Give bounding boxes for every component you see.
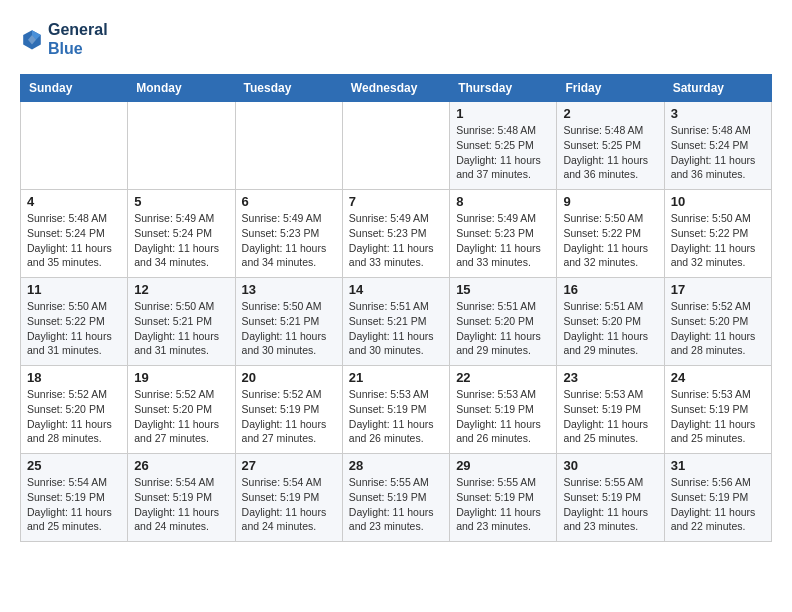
calendar-week-4: 18Sunrise: 5:52 AMSunset: 5:20 PMDayligh…	[21, 366, 772, 454]
day-number: 8	[456, 194, 550, 209]
day-info: Sunrise: 5:48 AMSunset: 5:24 PMDaylight:…	[27, 211, 121, 270]
day-info: Sunrise: 5:48 AMSunset: 5:25 PMDaylight:…	[563, 123, 657, 182]
day-info: Sunrise: 5:49 AMSunset: 5:23 PMDaylight:…	[349, 211, 443, 270]
calendar-day-27: 27Sunrise: 5:54 AMSunset: 5:19 PMDayligh…	[235, 454, 342, 542]
calendar-day-23: 23Sunrise: 5:53 AMSunset: 5:19 PMDayligh…	[557, 366, 664, 454]
calendar-day-21: 21Sunrise: 5:53 AMSunset: 5:19 PMDayligh…	[342, 366, 449, 454]
calendar-week-3: 11Sunrise: 5:50 AMSunset: 5:22 PMDayligh…	[21, 278, 772, 366]
day-info: Sunrise: 5:52 AMSunset: 5:20 PMDaylight:…	[134, 387, 228, 446]
calendar-day-31: 31Sunrise: 5:56 AMSunset: 5:19 PMDayligh…	[664, 454, 771, 542]
day-number: 13	[242, 282, 336, 297]
calendar-day-12: 12Sunrise: 5:50 AMSunset: 5:21 PMDayligh…	[128, 278, 235, 366]
day-number: 9	[563, 194, 657, 209]
day-number: 29	[456, 458, 550, 473]
day-number: 3	[671, 106, 765, 121]
calendar-day-7: 7Sunrise: 5:49 AMSunset: 5:23 PMDaylight…	[342, 190, 449, 278]
calendar-day-4: 4Sunrise: 5:48 AMSunset: 5:24 PMDaylight…	[21, 190, 128, 278]
calendar-day-22: 22Sunrise: 5:53 AMSunset: 5:19 PMDayligh…	[450, 366, 557, 454]
calendar-day-5: 5Sunrise: 5:49 AMSunset: 5:24 PMDaylight…	[128, 190, 235, 278]
logo: General Blue	[20, 20, 108, 58]
calendar-day-6: 6Sunrise: 5:49 AMSunset: 5:23 PMDaylight…	[235, 190, 342, 278]
calendar-table: SundayMondayTuesdayWednesdayThursdayFrid…	[20, 74, 772, 542]
day-info: Sunrise: 5:48 AMSunset: 5:24 PMDaylight:…	[671, 123, 765, 182]
day-info: Sunrise: 5:55 AMSunset: 5:19 PMDaylight:…	[349, 475, 443, 534]
day-info: Sunrise: 5:53 AMSunset: 5:19 PMDaylight:…	[349, 387, 443, 446]
day-info: Sunrise: 5:50 AMSunset: 5:22 PMDaylight:…	[27, 299, 121, 358]
day-number: 12	[134, 282, 228, 297]
day-number: 30	[563, 458, 657, 473]
day-info: Sunrise: 5:51 AMSunset: 5:20 PMDaylight:…	[563, 299, 657, 358]
day-number: 21	[349, 370, 443, 385]
day-number: 27	[242, 458, 336, 473]
day-info: Sunrise: 5:54 AMSunset: 5:19 PMDaylight:…	[134, 475, 228, 534]
logo-text: General Blue	[48, 20, 108, 58]
calendar-day-20: 20Sunrise: 5:52 AMSunset: 5:19 PMDayligh…	[235, 366, 342, 454]
calendar-day-9: 9Sunrise: 5:50 AMSunset: 5:22 PMDaylight…	[557, 190, 664, 278]
day-number: 7	[349, 194, 443, 209]
empty-day-cell	[21, 102, 128, 190]
calendar-day-17: 17Sunrise: 5:52 AMSunset: 5:20 PMDayligh…	[664, 278, 771, 366]
calendar-day-3: 3Sunrise: 5:48 AMSunset: 5:24 PMDaylight…	[664, 102, 771, 190]
day-info: Sunrise: 5:52 AMSunset: 5:20 PMDaylight:…	[27, 387, 121, 446]
weekday-header-monday: Monday	[128, 75, 235, 102]
day-number: 5	[134, 194, 228, 209]
calendar-day-13: 13Sunrise: 5:50 AMSunset: 5:21 PMDayligh…	[235, 278, 342, 366]
day-info: Sunrise: 5:53 AMSunset: 5:19 PMDaylight:…	[563, 387, 657, 446]
day-info: Sunrise: 5:51 AMSunset: 5:21 PMDaylight:…	[349, 299, 443, 358]
calendar-day-8: 8Sunrise: 5:49 AMSunset: 5:23 PMDaylight…	[450, 190, 557, 278]
calendar-day-1: 1Sunrise: 5:48 AMSunset: 5:25 PMDaylight…	[450, 102, 557, 190]
day-number: 6	[242, 194, 336, 209]
day-info: Sunrise: 5:55 AMSunset: 5:19 PMDaylight:…	[456, 475, 550, 534]
calendar-day-19: 19Sunrise: 5:52 AMSunset: 5:20 PMDayligh…	[128, 366, 235, 454]
day-number: 2	[563, 106, 657, 121]
weekday-header-sunday: Sunday	[21, 75, 128, 102]
day-number: 16	[563, 282, 657, 297]
weekday-header-friday: Friday	[557, 75, 664, 102]
day-number: 19	[134, 370, 228, 385]
day-info: Sunrise: 5:54 AMSunset: 5:19 PMDaylight:…	[242, 475, 336, 534]
day-info: Sunrise: 5:48 AMSunset: 5:25 PMDaylight:…	[456, 123, 550, 182]
day-number: 11	[27, 282, 121, 297]
day-number: 14	[349, 282, 443, 297]
calendar-week-2: 4Sunrise: 5:48 AMSunset: 5:24 PMDaylight…	[21, 190, 772, 278]
day-number: 1	[456, 106, 550, 121]
calendar-day-2: 2Sunrise: 5:48 AMSunset: 5:25 PMDaylight…	[557, 102, 664, 190]
day-info: Sunrise: 5:50 AMSunset: 5:22 PMDaylight:…	[563, 211, 657, 270]
calendar-day-28: 28Sunrise: 5:55 AMSunset: 5:19 PMDayligh…	[342, 454, 449, 542]
calendar-day-11: 11Sunrise: 5:50 AMSunset: 5:22 PMDayligh…	[21, 278, 128, 366]
day-number: 23	[563, 370, 657, 385]
day-info: Sunrise: 5:55 AMSunset: 5:19 PMDaylight:…	[563, 475, 657, 534]
weekday-header-saturday: Saturday	[664, 75, 771, 102]
calendar-day-10: 10Sunrise: 5:50 AMSunset: 5:22 PMDayligh…	[664, 190, 771, 278]
weekday-header-tuesday: Tuesday	[235, 75, 342, 102]
calendar-day-26: 26Sunrise: 5:54 AMSunset: 5:19 PMDayligh…	[128, 454, 235, 542]
calendar-week-5: 25Sunrise: 5:54 AMSunset: 5:19 PMDayligh…	[21, 454, 772, 542]
day-info: Sunrise: 5:51 AMSunset: 5:20 PMDaylight:…	[456, 299, 550, 358]
day-info: Sunrise: 5:50 AMSunset: 5:22 PMDaylight:…	[671, 211, 765, 270]
calendar-day-30: 30Sunrise: 5:55 AMSunset: 5:19 PMDayligh…	[557, 454, 664, 542]
day-info: Sunrise: 5:52 AMSunset: 5:19 PMDaylight:…	[242, 387, 336, 446]
weekday-header-row: SundayMondayTuesdayWednesdayThursdayFrid…	[21, 75, 772, 102]
calendar-day-29: 29Sunrise: 5:55 AMSunset: 5:19 PMDayligh…	[450, 454, 557, 542]
weekday-header-wednesday: Wednesday	[342, 75, 449, 102]
day-info: Sunrise: 5:53 AMSunset: 5:19 PMDaylight:…	[456, 387, 550, 446]
empty-day-cell	[128, 102, 235, 190]
calendar-day-18: 18Sunrise: 5:52 AMSunset: 5:20 PMDayligh…	[21, 366, 128, 454]
empty-day-cell	[342, 102, 449, 190]
day-number: 25	[27, 458, 121, 473]
calendar-day-25: 25Sunrise: 5:54 AMSunset: 5:19 PMDayligh…	[21, 454, 128, 542]
page-header: General Blue	[20, 20, 772, 58]
day-number: 18	[27, 370, 121, 385]
calendar-day-24: 24Sunrise: 5:53 AMSunset: 5:19 PMDayligh…	[664, 366, 771, 454]
day-number: 15	[456, 282, 550, 297]
day-info: Sunrise: 5:49 AMSunset: 5:24 PMDaylight:…	[134, 211, 228, 270]
calendar-week-1: 1Sunrise: 5:48 AMSunset: 5:25 PMDaylight…	[21, 102, 772, 190]
day-number: 10	[671, 194, 765, 209]
day-info: Sunrise: 5:49 AMSunset: 5:23 PMDaylight:…	[456, 211, 550, 270]
day-info: Sunrise: 5:52 AMSunset: 5:20 PMDaylight:…	[671, 299, 765, 358]
calendar-day-16: 16Sunrise: 5:51 AMSunset: 5:20 PMDayligh…	[557, 278, 664, 366]
day-info: Sunrise: 5:49 AMSunset: 5:23 PMDaylight:…	[242, 211, 336, 270]
logo-icon	[20, 27, 44, 51]
calendar-day-15: 15Sunrise: 5:51 AMSunset: 5:20 PMDayligh…	[450, 278, 557, 366]
day-number: 26	[134, 458, 228, 473]
